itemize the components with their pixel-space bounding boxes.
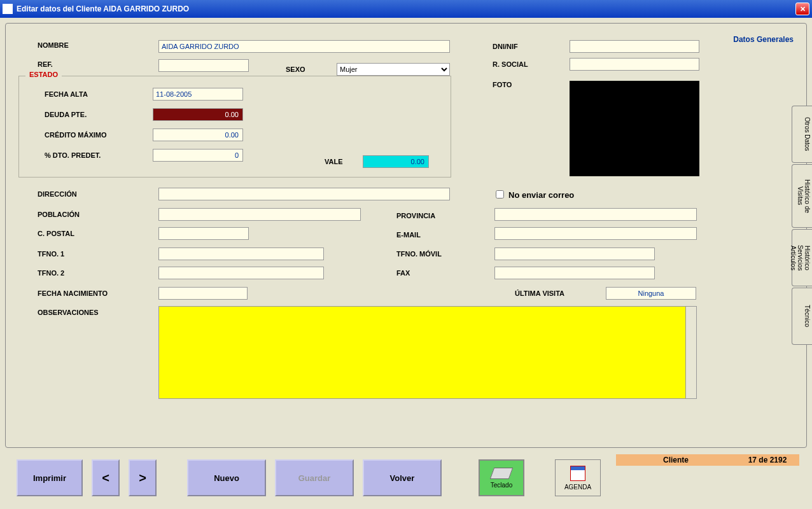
label-email: E-MAIL bbox=[396, 231, 421, 239]
calendar-icon bbox=[570, 466, 585, 481]
photo-box[interactable] bbox=[570, 81, 699, 176]
label-rsocial: R. SOCIAL bbox=[493, 60, 528, 68]
input-dto[interactable] bbox=[153, 149, 243, 162]
input-direccion[interactable] bbox=[158, 188, 450, 200]
print-button[interactable]: Imprimir bbox=[17, 459, 83, 496]
status-count: 17 de 2192 bbox=[736, 456, 799, 464]
label-fax: FAX bbox=[396, 269, 410, 277]
input-fecha-alta[interactable] bbox=[153, 88, 243, 101]
estado-fieldset: ESTADO FECHA ALTA DEUDA PTE. CRÉDITO MÁX… bbox=[18, 76, 451, 178]
window-body: Datos Generales NOMBRE DNI/NIF REF. SEXO… bbox=[0, 18, 812, 509]
tab-historico-visitas[interactable]: Histórico de Visitas bbox=[792, 164, 812, 228]
tab-historico-servicios[interactable]: Histórico Servicios Artículos bbox=[792, 229, 812, 286]
label-ultima-visita: ÚLTIMA VISITA bbox=[515, 289, 564, 297]
keyboard-label: Teclado bbox=[491, 482, 512, 489]
status-strip: Cliente 17 de 2192 bbox=[616, 454, 799, 466]
window-title: Editar datos del Cliente AIDA GARRIDO ZU… bbox=[17, 4, 795, 13]
input-cpostal[interactable] bbox=[158, 227, 249, 240]
label-credito: CRÉDITO MÁXIMO bbox=[45, 131, 153, 139]
prev-button[interactable]: < bbox=[92, 459, 120, 496]
titlebar: Editar datos del Cliente AIDA GARRIDO ZU… bbox=[0, 0, 812, 18]
app-icon bbox=[3, 4, 13, 14]
bottom-bar: Cliente 17 de 2192 Imprimir < > Nuevo Gu… bbox=[5, 454, 807, 504]
label-cpostal: C. POSTAL bbox=[38, 230, 74, 237]
label-tfnomovil: TFNO. MÓVIL bbox=[396, 250, 442, 258]
label-vale: VALE bbox=[325, 158, 343, 165]
keyboard-button[interactable]: Teclado bbox=[479, 459, 524, 496]
label-deuda: DEUDA PTE. bbox=[45, 111, 153, 118]
label-tfno1: TFNO. 1 bbox=[38, 250, 64, 258]
status-label: Cliente bbox=[616, 456, 736, 464]
input-tfnomovil[interactable] bbox=[494, 248, 655, 260]
input-provincia[interactable] bbox=[494, 208, 697, 221]
input-fax[interactable] bbox=[494, 267, 655, 279]
save-button[interactable]: Guardar bbox=[275, 459, 354, 496]
next-button[interactable]: > bbox=[129, 459, 157, 496]
label-poblacion: POBLACIÓN bbox=[38, 211, 80, 218]
input-credito[interactable] bbox=[153, 129, 243, 141]
label-no-enviar: No enviar correo bbox=[508, 190, 574, 200]
observaciones-scrollbar[interactable] bbox=[685, 306, 697, 399]
input-tfno2[interactable] bbox=[158, 267, 324, 279]
input-fnac[interactable] bbox=[158, 287, 248, 300]
close-button[interactable]: ✕ bbox=[795, 3, 809, 15]
input-vale[interactable] bbox=[363, 155, 429, 168]
input-email[interactable] bbox=[494, 227, 697, 240]
textarea-observaciones[interactable] bbox=[158, 306, 697, 399]
input-poblacion[interactable] bbox=[158, 208, 361, 221]
label-nombre: NOMBRE bbox=[38, 41, 146, 49]
estado-legend: ESTADO bbox=[25, 71, 62, 78]
agenda-button[interactable]: AGENDA bbox=[555, 459, 601, 496]
input-nombre[interactable] bbox=[158, 40, 450, 53]
label-observaciones: OBSERVACIONES bbox=[38, 309, 99, 316]
label-fecha-alta: FECHA ALTA bbox=[45, 90, 153, 98]
section-title: Datos Generales bbox=[733, 35, 794, 44]
side-tabs: Otros Datos Histórico de Visitas Históri… bbox=[792, 106, 812, 346]
label-tfno2: TFNO. 2 bbox=[38, 269, 64, 277]
label-fnac: FECHA NACIMIENTO bbox=[38, 289, 108, 297]
input-rsocial[interactable] bbox=[570, 58, 699, 71]
main-panel: Datos Generales NOMBRE DNI/NIF REF. SEXO… bbox=[5, 23, 807, 448]
label-foto: FOTO bbox=[493, 81, 512, 88]
label-direccion: DIRECCIÓN bbox=[38, 190, 77, 198]
new-button[interactable]: Nuevo bbox=[187, 459, 266, 496]
checkbox-no-enviar[interactable] bbox=[496, 190, 504, 199]
label-sexo: SEXO bbox=[286, 66, 305, 73]
agenda-label: AGENDA bbox=[564, 484, 591, 491]
input-dni[interactable] bbox=[570, 40, 699, 53]
input-ref[interactable] bbox=[158, 59, 249, 72]
tab-otros-datos[interactable]: Otros Datos bbox=[792, 106, 812, 163]
label-ref: REF. bbox=[38, 60, 146, 68]
tab-tecnico[interactable]: Técnico bbox=[792, 288, 812, 345]
keyboard-icon bbox=[490, 468, 514, 479]
label-provincia: PROVINCIA bbox=[396, 212, 435, 220]
value-ultima-visita: Ninguna bbox=[606, 287, 696, 300]
label-dto: % DTO. PREDET. bbox=[45, 151, 153, 159]
back-button[interactable]: Volver bbox=[363, 459, 442, 496]
input-deuda[interactable] bbox=[153, 108, 243, 121]
select-sexo[interactable]: Mujer bbox=[337, 63, 450, 76]
label-dni: DNI/NIF bbox=[493, 43, 518, 50]
input-tfno1[interactable] bbox=[158, 248, 324, 260]
